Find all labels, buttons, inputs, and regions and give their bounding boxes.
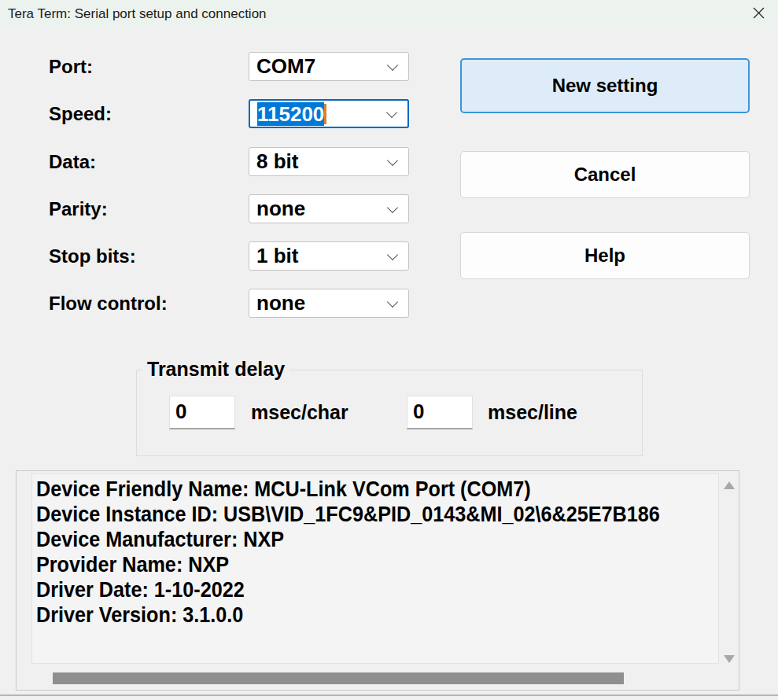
msec-per-line-input[interactable] [407, 396, 473, 429]
scroll-up-icon[interactable] [724, 481, 735, 489]
flow-control-label: Flow control: [49, 289, 168, 318]
msec-per-char-label: msec/char [251, 396, 348, 429]
data-bits-value: 8 bit [256, 148, 298, 175]
cancel-button[interactable]: Cancel [460, 151, 750, 198]
window-title: Tera Term: Serial port setup and connect… [8, 0, 267, 28]
device-info-line: Device Instance ID: USB\VID_1FC9&PID_014… [36, 502, 650, 527]
device-info-line: Driver Date: 1-10-2022 [36, 577, 650, 602]
parity-label: Parity: [49, 194, 108, 223]
help-button[interactable]: Help [460, 232, 750, 279]
chevron-down-icon [387, 297, 398, 308]
serial-setup-dialog: Tera Term: Serial port setup and connect… [0, 0, 778, 700]
speed-value-selected: 115200 [257, 102, 324, 126]
port-value: COM7 [256, 53, 315, 80]
titlebar: Tera Term: Serial port setup and connect… [0, 0, 778, 28]
stop-bits-label: Stop bits: [49, 241, 136, 271]
device-info-list: Device Friendly Name: MCU-Link VCom Port… [31, 473, 719, 664]
flow-control-value: none [256, 289, 305, 317]
stop-bits-value: 1 bit [256, 242, 298, 270]
port-label: Port: [49, 52, 93, 81]
msec-per-char-input[interactable] [169, 396, 235, 429]
scroll-down-icon[interactable] [724, 655, 735, 663]
flow-control-dropdown[interactable]: none [249, 289, 409, 318]
help-button-label: Help [584, 245, 625, 267]
chevron-down-icon [387, 60, 398, 71]
chevron-down-icon [387, 249, 398, 260]
speed-label: Speed: [49, 99, 112, 128]
parity-dropdown[interactable]: none [249, 194, 409, 223]
port-dropdown[interactable]: COM7 [249, 52, 409, 81]
parity-value: none [256, 195, 305, 223]
chevron-down-icon [387, 202, 398, 213]
cancel-button-label: Cancel [574, 164, 636, 186]
device-info-line: Device Manufacturer: NXP [36, 527, 650, 552]
text-caret [324, 104, 326, 124]
device-info-line: Device Friendly Name: MCU-Link VCom Port… [36, 477, 650, 502]
msec-per-line-label: msec/line [488, 396, 577, 429]
horizontal-scrollbar-thumb[interactable] [53, 672, 624, 684]
window-bottom-edge [0, 694, 778, 696]
close-button[interactable] [744, 2, 772, 26]
device-info-line: Provider Name: NXP [36, 552, 650, 577]
transmit-delay-title: Transmit delay [142, 357, 289, 381]
data-label: Data: [49, 147, 96, 176]
chevron-down-icon [386, 107, 397, 118]
chevron-down-icon [387, 155, 398, 166]
new-setting-button[interactable]: New setting [460, 58, 750, 113]
speed-dropdown[interactable]: 115200 [249, 99, 409, 128]
close-icon [753, 7, 765, 22]
device-info-line: Driver Version: 3.1.0.0 [36, 602, 650, 628]
data-bits-dropdown[interactable]: 8 bit [249, 147, 409, 176]
stop-bits-dropdown[interactable]: 1 bit [249, 241, 409, 271]
device-info-panel: Device Friendly Name: MCU-Link VCom Port… [16, 470, 739, 691]
new-setting-button-label: New setting [552, 75, 658, 97]
